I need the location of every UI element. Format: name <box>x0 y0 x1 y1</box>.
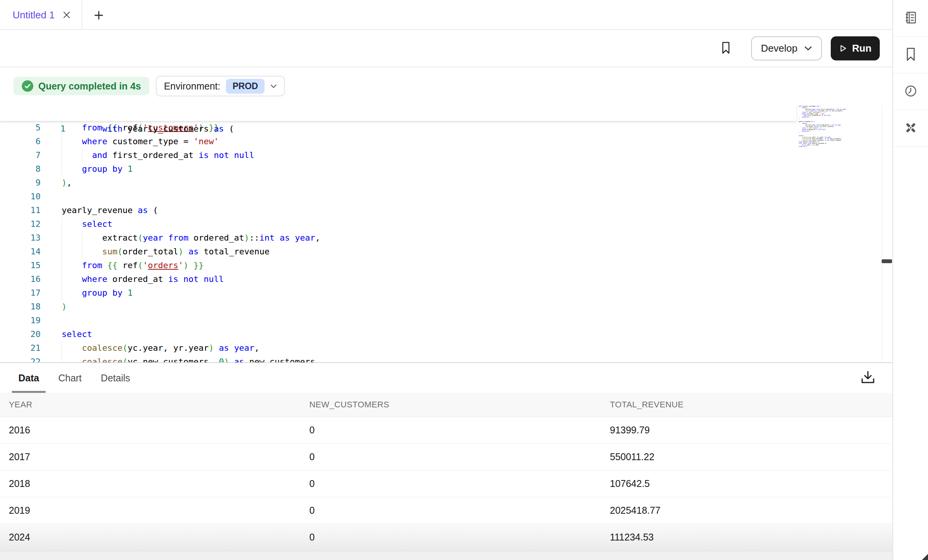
minimap[interactable]: with yearly_customers as ( select extrac… <box>799 106 881 147</box>
table-cell: 0 <box>301 478 601 489</box>
code-line-17[interactable]: 17 group by 1 <box>0 286 892 300</box>
run-button[interactable]: Run <box>831 36 880 60</box>
resize-corner-handle[interactable] <box>922 554 928 560</box>
app-window: Untitled 1 Develop <box>0 0 928 560</box>
code-line-20[interactable]: 20select <box>0 327 892 341</box>
environment-select[interactable]: Environment: PROD <box>156 76 285 96</box>
horizontal-scrollbar-track[interactable] <box>0 551 892 560</box>
column-header-new_customers: NEW_CUSTOMERS <box>301 400 601 410</box>
code-editor[interactable]: 5 from {{ ref('customers') }}6 where cus… <box>0 105 892 362</box>
line-number: 19 <box>0 314 41 327</box>
table-row: 201902025418.77 <box>0 497 892 524</box>
code-line-13[interactable]: 13 extract(year from ordered_at)::int as… <box>0 231 892 245</box>
code-text: group by 1 <box>62 286 132 300</box>
chevron-down-icon <box>270 84 277 88</box>
status-row: Query completed in 4s Environment: PROD <box>0 67 892 105</box>
results-tab-bar: DataChartDetails <box>0 363 892 393</box>
bookmark-button[interactable] <box>717 40 734 57</box>
table-cell: 2025418.77 <box>601 505 892 516</box>
code-line-9[interactable]: 9), <box>0 176 892 190</box>
code-text: ) <box>62 300 67 314</box>
bookmark-icon <box>904 47 918 63</box>
sticky-scroll-line[interactable]: 1with yearly_customers as ( <box>0 105 796 121</box>
sidebar-item-history[interactable] <box>893 73 928 110</box>
line-number: 10 <box>0 190 41 203</box>
line-number: 22 <box>0 355 41 362</box>
code-text: from {{ ref('orders') }} <box>62 259 204 272</box>
editor-toolbar: Develop Run <box>0 30 892 67</box>
scrollbar-cursor-marker[interactable] <box>882 259 892 263</box>
table-cell: 107642.5 <box>601 478 892 489</box>
chevron-down-icon <box>804 46 812 51</box>
table-cell: 0 <box>301 505 601 516</box>
environment-label: Environment: <box>164 81 220 92</box>
sparkle-x-icon <box>903 120 919 137</box>
code-line-14[interactable]: 14 sum(order_total) as total_revenue <box>0 245 892 259</box>
code-line-22[interactable]: 22 coalesce(yc.new_customers, 0) as new_… <box>0 355 892 362</box>
line-number: 13 <box>0 231 41 245</box>
line-number: 12 <box>0 217 41 231</box>
line-number: 1 <box>41 121 65 137</box>
code-line-18[interactable]: 18) <box>0 300 892 314</box>
code-line-16[interactable]: 16 where ordered_at is not null <box>0 272 892 286</box>
column-header-total_revenue: TOTAL_REVENUE <box>601 400 892 410</box>
table-row: 20180107642.5 <box>0 470 892 497</box>
table-cell: 2017 <box>0 451 301 462</box>
download-button[interactable] <box>859 369 877 387</box>
code-text: and first_ordered_at is not null <box>62 148 254 162</box>
code-lines: 5 from {{ ref('customers') }}6 where cus… <box>0 121 892 362</box>
table-cell: 111234.53 <box>601 532 892 543</box>
code-line-11[interactable]: 11yearly_revenue as ( <box>0 203 892 217</box>
results-tab-data[interactable]: Data <box>18 363 39 393</box>
tab-label: Untitled 1 <box>13 9 55 21</box>
code-line-19[interactable]: 19 <box>0 314 892 327</box>
run-label: Run <box>852 42 872 54</box>
table-cell: 2018 <box>0 478 301 489</box>
code-text: extract(year from ordered_at)::int as ye… <box>62 231 320 245</box>
code-text: where ordered_at is not null <box>62 272 224 286</box>
column-header-year: YEAR <box>0 400 301 410</box>
sidebar-item-notebook[interactable] <box>893 0 928 37</box>
table-cell: 550011.22 <box>601 451 892 462</box>
code-text: sum(order_total) as total_revenue <box>62 245 270 259</box>
table-row: 20240111234.53 <box>0 524 892 551</box>
code-line-21[interactable]: 21 coalesce(yc.year, yr.year) as year, <box>0 341 892 355</box>
bookmark-icon <box>720 41 732 56</box>
download-icon <box>859 370 877 386</box>
code-line-12[interactable]: 12 select <box>0 217 892 231</box>
tab-untitled-1[interactable]: Untitled 1 <box>0 0 82 30</box>
table-cell: 0 <box>301 451 601 462</box>
code-text: select <box>62 327 92 341</box>
code-line-15[interactable]: 15 from {{ ref('orders') }} <box>0 259 892 272</box>
environment-value-badge: PROD <box>226 79 264 94</box>
code-line-8[interactable]: 8 group by 1 <box>0 162 892 176</box>
tab-divider <box>82 0 82 30</box>
table-cell: 2024 <box>0 532 301 543</box>
line-number: 14 <box>0 245 41 259</box>
line-number: 21 <box>0 341 41 355</box>
table-cell: 2016 <box>0 425 301 436</box>
check-circle-icon <box>22 80 33 92</box>
scrollbar-track <box>882 105 882 362</box>
line-number: 20 <box>0 327 41 341</box>
code-line-7[interactable]: 7 and first_ordered_at is not null <box>0 148 892 162</box>
table-row: 20170550011.22 <box>0 444 892 470</box>
sidebar-item-assistant[interactable] <box>893 110 928 147</box>
line-number: 17 <box>0 286 41 300</box>
notebook-icon <box>903 10 918 27</box>
new-tab-button[interactable] <box>90 7 107 24</box>
play-icon <box>839 44 847 52</box>
table-cell: 0 <box>301 532 601 543</box>
code-line-10[interactable]: 10 <box>0 190 892 203</box>
line-number: 11 <box>0 203 41 217</box>
sidebar-item-bookmarks[interactable] <box>893 37 928 73</box>
right-sidebar <box>892 0 928 560</box>
table-cell: 2019 <box>0 505 301 516</box>
close-icon[interactable] <box>62 11 71 19</box>
results-tab-details[interactable]: Details <box>101 363 130 393</box>
clock-icon <box>903 83 918 100</box>
code-text: select <box>62 217 112 231</box>
table-body: 2016091399.7920170550011.2220180107642.5… <box>0 417 892 551</box>
results-tab-chart[interactable]: Chart <box>58 363 82 393</box>
develop-button[interactable]: Develop <box>751 36 822 60</box>
